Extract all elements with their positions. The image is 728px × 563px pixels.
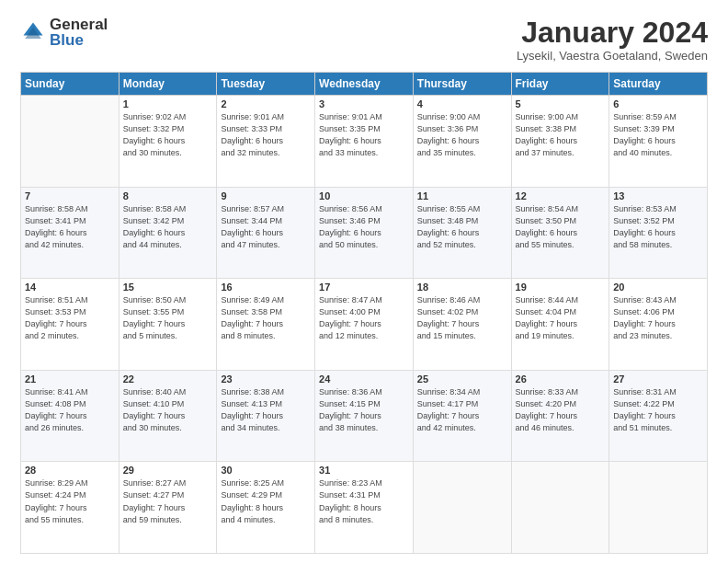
- day-number: 6: [613, 98, 703, 109]
- logo-blue: Blue: [50, 32, 108, 48]
- day-number: 23: [221, 373, 311, 385]
- day-info: Sunrise: 8:34 AM Sunset: 4:17 PM Dayligh…: [417, 386, 507, 434]
- day-info: Sunrise: 8:54 AM Sunset: 3:50 PM Dayligh…: [516, 203, 606, 251]
- day-cell: 3Sunrise: 9:01 AM Sunset: 3:35 PM Daylig…: [315, 96, 414, 188]
- day-number: 31: [319, 465, 409, 476]
- day-info: Sunrise: 8:46 AM Sunset: 4:02 PM Dayligh…: [417, 294, 507, 342]
- day-cell: 4Sunrise: 9:00 AM Sunset: 3:36 PM Daylig…: [413, 96, 511, 188]
- day-number: 10: [319, 190, 409, 201]
- day-number: 22: [123, 373, 213, 385]
- day-cell: 11Sunrise: 8:55 AM Sunset: 3:48 PM Dayli…: [413, 187, 511, 279]
- week-row-1: 7Sunrise: 8:58 AM Sunset: 3:41 PM Daylig…: [21, 187, 708, 279]
- day-number: 25: [417, 373, 507, 385]
- day-cell: 7Sunrise: 8:58 AM Sunset: 3:41 PM Daylig…: [21, 187, 119, 279]
- day-info: Sunrise: 8:40 AM Sunset: 4:10 PM Dayligh…: [123, 386, 213, 434]
- day-number: 21: [25, 373, 115, 385]
- day-info: Sunrise: 8:29 AM Sunset: 4:24 PM Dayligh…: [25, 477, 115, 525]
- day-cell: 24Sunrise: 8:36 AM Sunset: 4:15 PM Dayli…: [315, 370, 414, 462]
- day-info: Sunrise: 8:58 AM Sunset: 3:41 PM Dayligh…: [25, 203, 115, 251]
- logo: General Blue: [20, 17, 108, 48]
- day-cell: 8Sunrise: 8:58 AM Sunset: 3:42 PM Daylig…: [119, 187, 217, 279]
- title-block: January 2024 Lysekil, Vaestra Goetaland,…: [517, 17, 708, 63]
- day-info: Sunrise: 8:51 AM Sunset: 3:53 PM Dayligh…: [25, 294, 115, 342]
- day-info: Sunrise: 8:31 AM Sunset: 4:22 PM Dayligh…: [613, 386, 703, 434]
- day-cell: 6Sunrise: 8:59 AM Sunset: 3:39 PM Daylig…: [609, 96, 708, 188]
- day-info: Sunrise: 8:33 AM Sunset: 4:20 PM Dayligh…: [516, 386, 606, 434]
- day-number: 14: [25, 282, 115, 293]
- day-number: 5: [516, 98, 606, 109]
- day-number: 30: [221, 465, 311, 476]
- day-info: Sunrise: 8:50 AM Sunset: 3:55 PM Dayligh…: [123, 294, 213, 342]
- day-info: Sunrise: 8:55 AM Sunset: 3:48 PM Dayligh…: [417, 203, 507, 251]
- day-info: Sunrise: 8:36 AM Sunset: 4:15 PM Dayligh…: [319, 386, 409, 434]
- day-cell: 28Sunrise: 8:29 AM Sunset: 4:24 PM Dayli…: [21, 462, 119, 554]
- month-title: January 2024: [517, 17, 708, 49]
- header-row: Sunday Monday Tuesday Wednesday Thursday…: [21, 73, 708, 96]
- day-info: Sunrise: 9:01 AM Sunset: 3:35 PM Dayligh…: [319, 111, 409, 159]
- day-cell: 30Sunrise: 8:25 AM Sunset: 4:29 PM Dayli…: [217, 462, 315, 554]
- day-cell: 27Sunrise: 8:31 AM Sunset: 4:22 PM Dayli…: [609, 370, 708, 462]
- day-cell: 13Sunrise: 8:53 AM Sunset: 3:52 PM Dayli…: [609, 187, 708, 279]
- day-number: 27: [613, 373, 703, 385]
- day-info: Sunrise: 9:00 AM Sunset: 3:38 PM Dayligh…: [516, 111, 606, 159]
- day-number: 7: [25, 190, 115, 201]
- day-number: 18: [417, 282, 507, 293]
- day-info: Sunrise: 8:23 AM Sunset: 4:31 PM Dayligh…: [319, 477, 409, 525]
- day-info: Sunrise: 9:02 AM Sunset: 3:32 PM Dayligh…: [123, 111, 213, 159]
- logo-icon: [20, 19, 46, 45]
- day-number: 26: [516, 373, 606, 385]
- day-info: Sunrise: 8:59 AM Sunset: 3:39 PM Dayligh…: [613, 111, 703, 159]
- day-cell: 12Sunrise: 8:54 AM Sunset: 3:50 PM Dayli…: [511, 187, 609, 279]
- day-cell: 15Sunrise: 8:50 AM Sunset: 3:55 PM Dayli…: [119, 279, 217, 371]
- week-row-4: 28Sunrise: 8:29 AM Sunset: 4:24 PM Dayli…: [21, 462, 708, 554]
- week-row-2: 14Sunrise: 8:51 AM Sunset: 3:53 PM Dayli…: [21, 279, 708, 371]
- col-tuesday: Tuesday: [217, 73, 315, 96]
- day-number: 28: [25, 465, 115, 476]
- day-number: 15: [123, 282, 213, 293]
- day-cell: 22Sunrise: 8:40 AM Sunset: 4:10 PM Dayli…: [119, 370, 217, 462]
- day-cell: 23Sunrise: 8:38 AM Sunset: 4:13 PM Dayli…: [217, 370, 315, 462]
- day-info: Sunrise: 9:00 AM Sunset: 3:36 PM Dayligh…: [417, 111, 507, 159]
- day-cell: [609, 462, 708, 554]
- day-info: Sunrise: 9:01 AM Sunset: 3:33 PM Dayligh…: [221, 111, 311, 159]
- day-cell: 17Sunrise: 8:47 AM Sunset: 4:00 PM Dayli…: [315, 279, 414, 371]
- day-number: 2: [221, 98, 311, 109]
- day-cell: 18Sunrise: 8:46 AM Sunset: 4:02 PM Dayli…: [413, 279, 511, 371]
- day-info: Sunrise: 8:43 AM Sunset: 4:06 PM Dayligh…: [613, 294, 703, 342]
- day-cell: 21Sunrise: 8:41 AM Sunset: 4:08 PM Dayli…: [21, 370, 119, 462]
- col-thursday: Thursday: [413, 73, 511, 96]
- week-row-3: 21Sunrise: 8:41 AM Sunset: 4:08 PM Dayli…: [21, 370, 708, 462]
- day-number: 20: [613, 282, 703, 293]
- day-cell: 9Sunrise: 8:57 AM Sunset: 3:44 PM Daylig…: [217, 187, 315, 279]
- day-info: Sunrise: 8:58 AM Sunset: 3:42 PM Dayligh…: [123, 203, 213, 251]
- day-info: Sunrise: 8:49 AM Sunset: 3:58 PM Dayligh…: [221, 294, 311, 342]
- day-info: Sunrise: 8:27 AM Sunset: 4:27 PM Dayligh…: [123, 477, 213, 525]
- day-number: 29: [123, 465, 213, 476]
- page: General Blue January 2024 Lysekil, Vaest…: [0, 0, 728, 563]
- day-number: 8: [123, 190, 213, 201]
- day-number: 24: [319, 373, 409, 385]
- day-cell: 31Sunrise: 8:23 AM Sunset: 4:31 PM Dayli…: [315, 462, 414, 554]
- day-cell: [21, 96, 119, 188]
- day-cell: 2Sunrise: 9:01 AM Sunset: 3:33 PM Daylig…: [217, 96, 315, 188]
- day-cell: 14Sunrise: 8:51 AM Sunset: 3:53 PM Dayli…: [21, 279, 119, 371]
- day-number: 13: [613, 190, 703, 201]
- day-number: 9: [221, 190, 311, 201]
- day-cell: 20Sunrise: 8:43 AM Sunset: 4:06 PM Dayli…: [609, 279, 708, 371]
- day-cell: 10Sunrise: 8:56 AM Sunset: 3:46 PM Dayli…: [315, 187, 414, 279]
- day-cell: 19Sunrise: 8:44 AM Sunset: 4:04 PM Dayli…: [511, 279, 609, 371]
- col-saturday: Saturday: [609, 73, 708, 96]
- day-number: 11: [417, 190, 507, 201]
- day-info: Sunrise: 8:44 AM Sunset: 4:04 PM Dayligh…: [516, 294, 606, 342]
- col-friday: Friday: [511, 73, 609, 96]
- day-info: Sunrise: 8:47 AM Sunset: 4:00 PM Dayligh…: [319, 294, 409, 342]
- day-info: Sunrise: 8:53 AM Sunset: 3:52 PM Dayligh…: [613, 203, 703, 251]
- day-cell: 25Sunrise: 8:34 AM Sunset: 4:17 PM Dayli…: [413, 370, 511, 462]
- header: General Blue January 2024 Lysekil, Vaest…: [20, 17, 708, 63]
- col-wednesday: Wednesday: [315, 73, 414, 96]
- day-info: Sunrise: 8:57 AM Sunset: 3:44 PM Dayligh…: [221, 203, 311, 251]
- day-info: Sunrise: 8:38 AM Sunset: 4:13 PM Dayligh…: [221, 386, 311, 434]
- day-number: 17: [319, 282, 409, 293]
- logo-general: General: [50, 17, 108, 32]
- day-info: Sunrise: 8:56 AM Sunset: 3:46 PM Dayligh…: [319, 203, 409, 251]
